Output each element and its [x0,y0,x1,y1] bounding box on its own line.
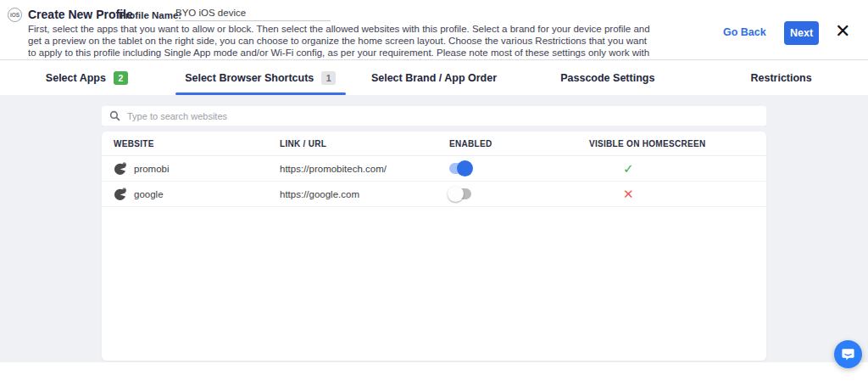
tab-label: Restrictions [750,72,811,84]
tab-select-browser-shortcuts[interactable]: Select Browser Shortcuts 1 [174,60,348,95]
column-header-link-url: LINK / URL [280,139,449,148]
search-input[interactable] [127,111,766,121]
column-header-visible-on-homescreen: VISIBLE ON HOMESCREEN [589,139,766,148]
column-header-website: WEBSITE [102,139,280,148]
website-name: promobi [134,164,170,174]
column-header-enabled: ENABLED [449,139,589,148]
search-icon [109,110,120,121]
table-row: promobi https://promobitech.com/ ✓ [102,156,766,182]
tab-count-badge: 2 [114,71,128,85]
tab-select-brand-app-order[interactable]: Select Brand / App Order [348,60,521,95]
profile-name-label: Profile Name: [119,10,181,20]
ios-platform-icon: iOS [8,8,22,22]
website-search-bar [102,106,766,126]
enabled-toggle[interactable] [449,163,471,174]
tab-label: Select Brand / App Order [371,72,497,84]
tab-label: Select Apps [46,72,106,84]
tab-label: Passcode Settings [560,72,654,84]
profile-header: iOS Create New Profile Profile Name: Fir… [0,0,868,60]
page-title: Create New Profile [28,8,133,21]
tab-restrictions[interactable]: Restrictions [694,60,868,95]
visible-on-homescreen-check-icon: ✓ [623,162,634,175]
enabled-toggle[interactable] [449,188,471,199]
tab-label: Select Browser Shortcuts [185,72,314,84]
tab-passcode-settings[interactable]: Passcode Settings [520,60,694,95]
tab-content-area: WEBSITE LINK / URL ENABLED VISIBLE ON HO… [0,95,868,362]
toggle-knob [457,160,473,176]
website-url: https://google.com [280,189,449,199]
website-globe-icon [114,162,127,176]
close-icon[interactable]: ✕ [835,22,850,41]
wizard-tabs: Select Apps 2 Select Browser Shortcuts 1… [0,60,868,95]
browser-shortcuts-table: WEBSITE LINK / URL ENABLED VISIBLE ON HO… [102,132,766,361]
tab-count-badge: 1 [321,71,336,85]
profile-name-input[interactable] [175,6,331,21]
chat-bubble-icon [841,347,855,361]
website-globe-icon [114,188,127,201]
toggle-knob [448,186,464,202]
table-header-row: WEBSITE LINK / URL ENABLED VISIBLE ON HO… [102,132,766,156]
chat-support-button[interactable] [834,340,862,368]
website-url: https://promobitech.com/ [280,164,449,174]
table-row: google https://google.com ✕ [102,182,766,207]
tab-select-apps[interactable]: Select Apps 2 [0,60,174,95]
website-name: google [134,189,164,199]
go-back-button[interactable]: Go Back [723,26,766,38]
next-button[interactable]: Next [784,21,819,45]
visible-on-homescreen-cross-icon: ✕ [623,188,634,200]
